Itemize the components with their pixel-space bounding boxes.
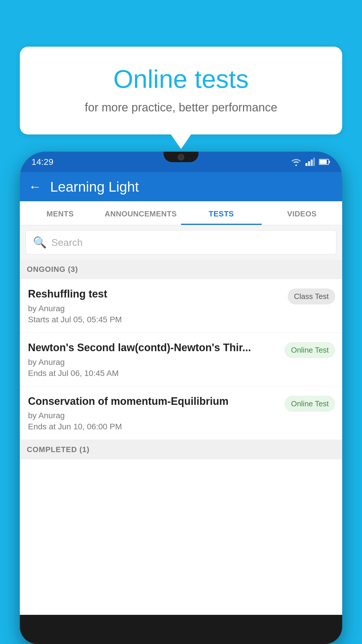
svg-rect-2 xyxy=(311,160,313,166)
content-area: MENTS ANNOUNCEMENTS TESTS VIDEOS 🔍 Searc… xyxy=(20,201,342,615)
test-title-conservation: Conservation of momentum-Equilibrium xyxy=(28,395,280,408)
test-author-conservation: by Anurag xyxy=(28,411,280,420)
app-bar: ← Learning Light xyxy=(20,172,342,201)
test-date-newtons: Ends at Jul 06, 10:45 AM xyxy=(28,369,280,378)
test-item-content-conservation: Conservation of momentum-Equilibrium by … xyxy=(28,395,280,432)
test-badge-class: Class Test xyxy=(288,288,335,304)
tab-announcements[interactable]: ANNOUNCEMENTS xyxy=(101,201,181,225)
back-button[interactable]: ← xyxy=(29,179,41,194)
svg-rect-1 xyxy=(308,161,310,166)
speech-bubble: Online tests for more practice, better p… xyxy=(20,47,342,134)
test-author-reshuffling: by Anurag xyxy=(28,304,283,313)
battery-icon xyxy=(319,159,331,165)
test-badge-online-newtons: Online Test xyxy=(284,342,335,358)
completed-label: COMPLETED (1) xyxy=(27,445,89,454)
search-input[interactable]: Search xyxy=(51,237,83,248)
test-title-newtons: Newton's Second law(contd)-Newton's Thir… xyxy=(28,341,280,355)
speech-bubble-arrow xyxy=(171,134,191,149)
status-icons xyxy=(291,158,331,166)
signal-icon xyxy=(305,158,315,166)
screen-content: ← Learning Light MENTS ANNOUNCEMENTS TES… xyxy=(20,172,342,615)
tabs-bar: MENTS ANNOUNCEMENTS TESTS VIDEOS xyxy=(20,201,342,225)
svg-rect-3 xyxy=(313,158,315,166)
svg-rect-0 xyxy=(305,163,307,166)
app-bar-title: Learning Light xyxy=(50,179,139,195)
test-item-newtons[interactable]: Newton's Second law(contd)-Newton's Thir… xyxy=(20,333,342,386)
test-item-reshuffling[interactable]: Reshuffling test by Anurag Starts at Jul… xyxy=(20,279,342,333)
test-title-reshuffling: Reshuffling test xyxy=(28,287,283,301)
test-item-content: Reshuffling test by Anurag Starts at Jul… xyxy=(28,287,283,324)
search-icon: 🔍 xyxy=(33,236,47,249)
ongoing-section-header: ONGOING (3) xyxy=(20,260,342,279)
status-bar: 14:29 xyxy=(20,152,342,172)
test-date-reshuffling: Starts at Jul 05, 05:45 PM xyxy=(28,315,283,324)
status-time: 14:29 xyxy=(31,157,53,167)
svg-rect-5 xyxy=(329,161,330,163)
speech-bubble-section: Online tests for more practice, better p… xyxy=(20,47,342,149)
tab-ments[interactable]: MENTS xyxy=(20,201,101,225)
tab-tests[interactable]: TESTS xyxy=(181,201,262,225)
completed-section-header: COMPLETED (1) xyxy=(20,440,342,459)
speech-bubble-title: Online tests xyxy=(43,64,319,94)
test-author-newtons: by Anurag xyxy=(28,358,280,367)
search-bar[interactable]: 🔍 Search xyxy=(26,230,336,254)
test-item-content-newtons: Newton's Second law(contd)-Newton's Thir… xyxy=(28,341,280,378)
svg-rect-6 xyxy=(319,160,327,164)
tab-videos[interactable]: VIDEOS xyxy=(262,201,342,225)
test-badge-online-conservation: Online Test xyxy=(284,396,335,412)
speech-bubble-subtitle: for more practice, better performance xyxy=(43,101,319,114)
test-item-conservation[interactable]: Conservation of momentum-Equilibrium by … xyxy=(20,386,342,440)
test-date-conservation: Ends at Jun 10, 06:00 PM xyxy=(28,422,280,431)
phone-frame: 14:29 ← Learning Light xyxy=(20,152,342,644)
search-container: 🔍 Search xyxy=(20,225,342,260)
wifi-icon xyxy=(291,158,301,166)
notch xyxy=(164,152,198,162)
ongoing-label: ONGOING (3) xyxy=(27,265,78,274)
camera xyxy=(178,154,184,160)
